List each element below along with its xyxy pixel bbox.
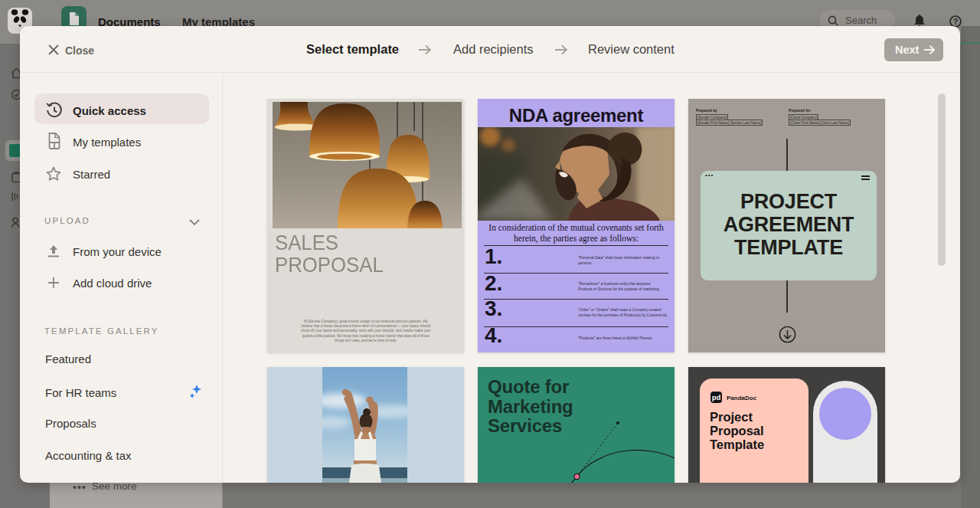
svg-text:pd: pd xyxy=(712,393,721,401)
svg-text:?: ? xyxy=(953,18,958,26)
